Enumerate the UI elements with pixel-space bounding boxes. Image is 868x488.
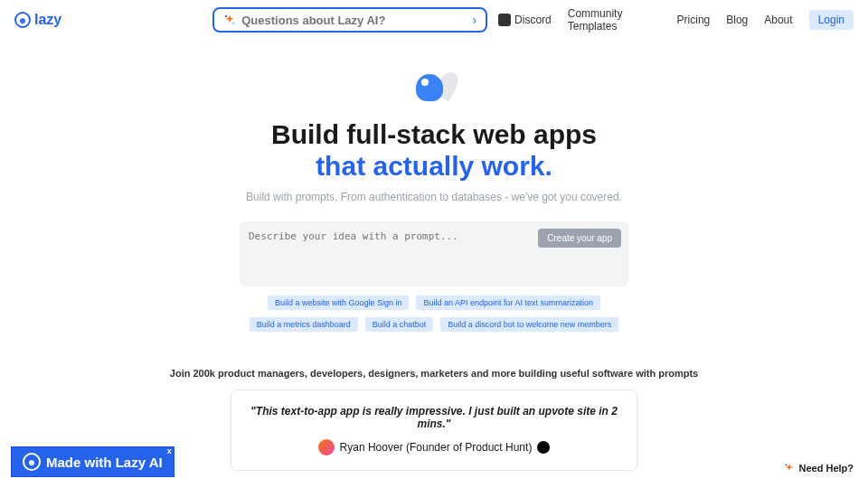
discord-icon — [498, 14, 511, 26]
login-button[interactable]: Login — [809, 10, 854, 30]
testimonial: "This text-to-app app is really impressi… — [231, 389, 637, 471]
logo-icon: ☻ — [14, 12, 31, 28]
nav-about[interactable]: About — [764, 14, 792, 26]
need-help-button[interactable]: Need Help? — [784, 463, 854, 474]
chip[interactable]: Build a website with Google Sign in — [268, 296, 410, 310]
svg-point-0 — [225, 15, 227, 17]
svg-point-2 — [786, 465, 788, 466]
search-box[interactable]: › — [212, 7, 487, 33]
social-proof: Join 200k product managers, developers, … — [0, 368, 868, 379]
logo[interactable]: ☻ lazy — [14, 12, 61, 28]
chip[interactable]: Build a discord bot to welcome new membe… — [440, 317, 618, 332]
chip[interactable]: Build a metrics dashboard — [250, 317, 358, 332]
subtitle: Build with prompts. From authentication … — [0, 191, 868, 203]
sparkle-icon — [223, 14, 236, 26]
page-title: Build full-stack web apps that actually … — [0, 119, 868, 182]
search-input[interactable] — [241, 14, 472, 27]
nav-blog[interactable]: Blog — [726, 14, 748, 26]
chip[interactable]: Build an API endpoint for AI text summar… — [416, 296, 600, 310]
testimonial-author: Ryan Hoover (Founder of Product Hunt) — [246, 439, 622, 455]
hero: Build full-stack web apps that actually … — [0, 67, 868, 203]
svg-point-1 — [232, 23, 234, 24]
nav-discord[interactable]: Discord — [498, 14, 552, 26]
logo-text: lazy — [34, 12, 61, 28]
close-icon[interactable]: x — [167, 446, 172, 455]
mascot-image — [407, 67, 461, 112]
testimonial-quote: "This text-to-app app is really impressi… — [246, 405, 622, 430]
made-with-badge[interactable]: x ☻ Made with Lazy AI — [11, 446, 175, 477]
header: ☻ lazy › Discord Community Templates Pri… — [0, 0, 868, 40]
chevron-right-icon[interactable]: › — [472, 13, 476, 27]
nav: Discord Community Templates Pricing Blog… — [498, 7, 854, 33]
create-app-button[interactable]: Create your app — [538, 229, 621, 248]
avatar — [318, 439, 335, 455]
badge-icon — [537, 441, 550, 454]
prompt-area: Create your app — [240, 221, 628, 286]
nav-templates[interactable]: Community Templates — [568, 7, 661, 33]
lazy-icon: ☻ — [23, 453, 41, 471]
sparkle-icon — [784, 463, 795, 474]
chips: Build a website with Google Sign in Buil… — [235, 296, 633, 332]
chip[interactable]: Build a chatbot — [365, 317, 434, 332]
nav-pricing[interactable]: Pricing — [677, 14, 711, 26]
